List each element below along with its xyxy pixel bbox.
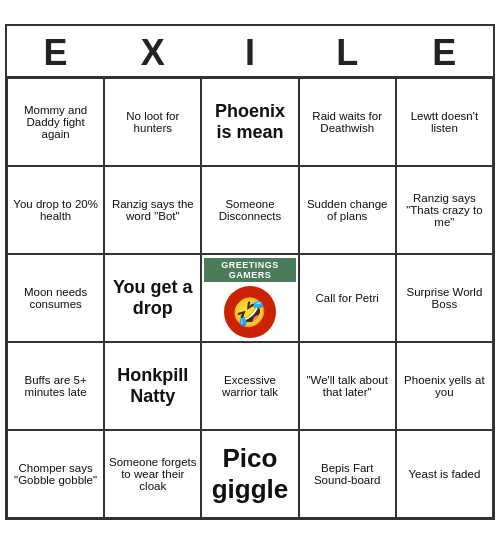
cell-1-0: You drop to 20% health: [7, 166, 104, 254]
cell-3-3: "We'll talk about that later": [299, 342, 396, 430]
cell-1-2: Someone Disconnects: [201, 166, 298, 254]
bingo-title: E X I L E: [7, 26, 493, 76]
cell-2-4: Surprise World Boss: [396, 254, 493, 342]
cell-4-4: Yeast is faded: [396, 430, 493, 518]
cell-3-4: Phoenix yells at you: [396, 342, 493, 430]
cell-2-0: Moon needs consumes: [7, 254, 104, 342]
elmo-icon: 🤣: [224, 286, 276, 338]
cell-0-1: No loot for hunters: [104, 78, 201, 166]
cell-0-2: Phoenix is mean: [201, 78, 298, 166]
title-e2: E: [396, 32, 493, 74]
bingo-grid: Mommy and Daddy fight again No loot for …: [7, 76, 493, 518]
title-e1: E: [7, 32, 104, 74]
cell-2-3: Call for Petri: [299, 254, 396, 342]
title-x: X: [104, 32, 201, 74]
cell-3-1: Honkpill Natty: [104, 342, 201, 430]
title-l: L: [299, 32, 396, 74]
cell-1-4: Ranzig says "Thats crazy to me": [396, 166, 493, 254]
cell-4-2: Pico giggle: [201, 430, 298, 518]
cell-0-3: Raid waits for Deathwish: [299, 78, 396, 166]
cell-1-1: Ranzig says the word "Bot": [104, 166, 201, 254]
cell-3-0: Buffs are 5+ minutes late: [7, 342, 104, 430]
cell-0-0: Mommy and Daddy fight again: [7, 78, 104, 166]
title-i: I: [201, 32, 298, 74]
cell-4-0: Chomper says "Gobble gobble": [7, 430, 104, 518]
cell-2-1: You get a drop: [104, 254, 201, 342]
bingo-card: E X I L E Mommy and Daddy fight again No…: [5, 24, 495, 520]
cell-3-2: Excessive warrior talk: [201, 342, 298, 430]
cell-4-3: Bepis Fart Sound-board: [299, 430, 396, 518]
cell-0-4: Lewtt doesn't listen: [396, 78, 493, 166]
greetings-banner: GREETINGS GAMERS: [204, 258, 295, 282]
cell-1-3: Sudden change of plans: [299, 166, 396, 254]
cell-2-2-center: GREETINGS GAMERS 🤣: [201, 254, 298, 342]
cell-4-1: Someone forgets to wear their cloak: [104, 430, 201, 518]
